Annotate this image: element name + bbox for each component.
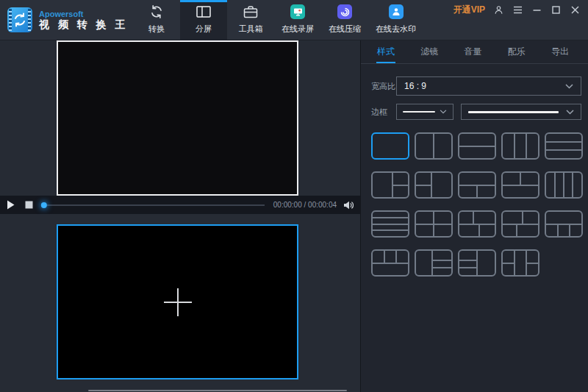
border-row: 边框: [371, 104, 581, 120]
aspect-ratio-select[interactable]: 16 : 9: [396, 76, 581, 96]
toolbar-tab-convert[interactable]: 转换: [133, 0, 180, 40]
layout-divider: [373, 217, 408, 218]
panel-fields: 宽高比 16 : 9 边框: [361, 64, 588, 277]
titlebar-right: 开通VIP: [453, 4, 581, 15]
layout-divider: [416, 185, 431, 186]
layout-divider: [546, 149, 581, 151]
border-label: 边框: [371, 107, 396, 118]
panel-tab-music[interactable]: 配乐: [508, 40, 526, 63]
seek-slider[interactable]: [43, 204, 265, 206]
border-width-select[interactable]: [461, 104, 581, 120]
layout-divider: [563, 173, 564, 197]
layout-divider: [572, 173, 573, 197]
layout-thumb-grid-2x2[interactable]: [415, 210, 453, 238]
player-section: 00:00:00 / 00:00:04: [0, 40, 360, 392]
layout-thumb-left-2-right-1[interactable]: [415, 171, 453, 199]
layout-thumb-4-rows[interactable]: [371, 210, 409, 238]
menu-icon[interactable]: [512, 4, 523, 15]
toolbar-tab-online-compress[interactable]: 在线压缩: [321, 0, 368, 40]
layout-divider: [473, 212, 474, 224]
toolbar-tab-online-recorder[interactable]: 在线录屏: [274, 0, 321, 40]
toolbar-tab-label: 在线压缩: [329, 24, 361, 35]
toolbar-tabs: 转换分屏工具箱在线录屏在线压缩在线去水印: [133, 0, 423, 40]
chevron-down-icon: [440, 110, 447, 114]
layout-thumb-quad-staggered-b[interactable]: [501, 210, 539, 238]
user-icon[interactable]: [493, 4, 504, 15]
playback-controls: 00:00:00 / 00:00:04: [0, 196, 360, 214]
layout-divider: [459, 267, 477, 268]
toolbar-tab-label: 工具箱: [239, 24, 263, 35]
layout-divider: [503, 263, 514, 264]
layout-divider: [416, 224, 451, 225]
layout-thumb-left-1-right-3[interactable]: [415, 249, 453, 277]
toolbox-icon: [243, 4, 258, 20]
layout-divider: [526, 134, 527, 158]
settings-panel: 样式滤镜音量配乐导出 宽高比 16 : 9 边框: [360, 40, 588, 392]
layout-divider: [503, 224, 538, 225]
layout-divider: [395, 251, 397, 263]
layout-thumb-left-3-right-1[interactable]: [458, 249, 496, 277]
panel-tab-filter[interactable]: 滤镜: [420, 40, 438, 63]
panel-tab-export[interactable]: 导出: [551, 40, 569, 63]
layout-divider: [432, 267, 451, 268]
layout-thumb-quad-staggered-a[interactable]: [458, 210, 496, 238]
toolbar-tab-label: 在线去水印: [376, 24, 416, 35]
panel-tab-style[interactable]: 样式: [377, 40, 395, 63]
layout-thumb-2-columns[interactable]: [415, 132, 453, 160]
layout-divider: [478, 224, 480, 237]
layout-divider: [476, 251, 478, 275]
layout-divider: [373, 224, 408, 225]
layout-thumb-top-1-bottom-2[interactable]: [458, 171, 496, 199]
upgrade-vip-button[interactable]: 开通VIP: [453, 4, 485, 16]
layout-divider: [432, 260, 451, 261]
toolbar-tab-split-screen[interactable]: 分屏: [180, 0, 227, 40]
layout-divider: [569, 224, 570, 237]
layout-divider: [433, 134, 434, 158]
layout-divider: [520, 173, 521, 185]
seek-slider-knob[interactable]: [41, 202, 47, 208]
layout-thumb-single[interactable]: [371, 132, 409, 160]
aspect-ratio-value: 16 : 9: [404, 81, 426, 91]
layout-divider: [373, 263, 408, 264]
chevron-down-icon: [565, 84, 573, 89]
stop-button[interactable]: [25, 201, 33, 209]
layout-thumb-2-rows[interactable]: [458, 132, 496, 160]
time-display: 00:00:00 / 00:00:04: [273, 201, 337, 209]
person-badge-icon: [389, 4, 404, 20]
layout-thumb-top-2-bottom-1[interactable]: [501, 171, 539, 199]
border-width-sample: [468, 111, 559, 113]
layout-divider: [557, 224, 559, 237]
volume-icon[interactable]: [343, 201, 354, 210]
video-preview-bottom-selected[interactable]: [57, 224, 298, 379]
app-window: Apowersoft 视 频 转 换 王 转换分屏工具箱在线录屏在线压缩在线去水…: [0, 0, 588, 392]
layout-divider: [516, 224, 517, 237]
layout-thumb-3-columns[interactable]: [501, 132, 539, 160]
border-line-sample: [403, 111, 435, 113]
layout-thumb-3-rows[interactable]: [545, 132, 583, 160]
app-logo: Apowersoft 视 频 转 换 王: [7, 7, 129, 32]
add-video-plus-icon: [177, 288, 179, 316]
border-style-select[interactable]: [396, 104, 453, 120]
layout-thumb-top-1-bottom-3[interactable]: [545, 210, 583, 238]
toolbar-tab-toolbox[interactable]: 工具箱: [227, 0, 274, 40]
layout-divider: [526, 263, 538, 264]
app-title: Apowersoft 视 频 转 换 王: [39, 10, 129, 31]
product-name: 视 频 转 换 王: [39, 18, 129, 30]
monitor-icon: [290, 4, 305, 20]
close-button[interactable]: [570, 4, 581, 15]
layout-thumb-left-1-right-2[interactable]: [371, 171, 409, 199]
titlebar: Apowersoft 视 频 转 换 王 转换分屏工具箱在线录屏在线压缩在线去水…: [0, 0, 588, 40]
layout-divider: [476, 185, 478, 198]
layout-thumb-4-columns[interactable]: [545, 171, 583, 199]
video-preview-top[interactable]: [57, 40, 298, 196]
play-button[interactable]: [7, 200, 15, 210]
layout-divider: [554, 173, 556, 197]
minimize-button[interactable]: [531, 4, 542, 15]
toolbar-tab-label: 分屏: [196, 24, 212, 35]
layout-thumb-top-3-bottom-1[interactable]: [371, 249, 409, 277]
layout-divider: [459, 224, 495, 225]
layout-thumb-sides-split-center-tall[interactable]: [501, 249, 539, 277]
maximize-button[interactable]: [551, 4, 562, 15]
toolbar-tab-online-watermark-remover[interactable]: 在线去水印: [368, 0, 423, 40]
panel-tab-volume[interactable]: 音量: [465, 40, 482, 63]
